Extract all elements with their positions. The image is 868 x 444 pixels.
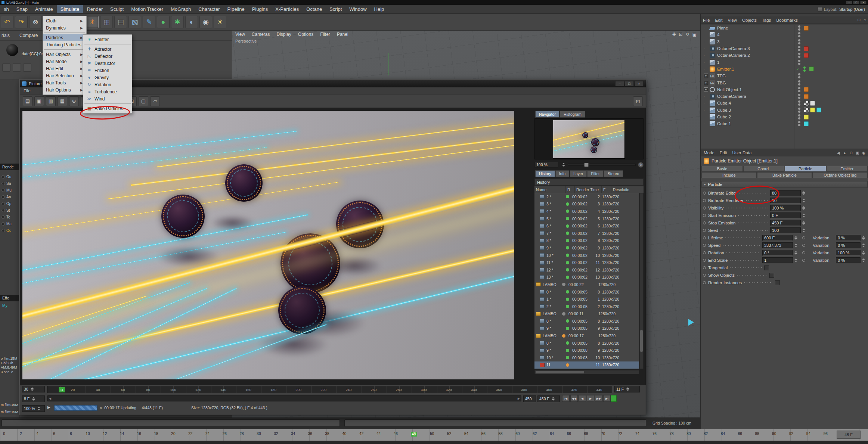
minimize-button[interactable]: – — [846, 1, 852, 4]
history-row[interactable]: 12 *00:00:02121280x720 — [534, 266, 639, 274]
history-horizontal-scrollbar[interactable] — [534, 370, 639, 374]
render-settings-item[interactable]: Ou — [0, 173, 19, 180]
picture-viewer-timeline-ruler[interactable]: 2040608010012014016018020022024026028030… — [47, 386, 612, 393]
visibility-dots[interactable] — [796, 121, 802, 126]
tab-bake-particle[interactable]: Bake Particle — [757, 172, 812, 178]
paint-tool-icon[interactable]: ✎ — [143, 16, 155, 28]
visibility-value-field[interactable]: 100 % — [770, 205, 801, 211]
viewport-menu-view[interactable]: View — [235, 32, 245, 37]
menu-item-destructor[interactable]: ✖Destructor — [83, 60, 132, 67]
animation-dot-icon[interactable] — [703, 274, 706, 277]
print-icon[interactable]: ▥ — [46, 96, 56, 106]
range-end-field[interactable]: 450 F — [537, 395, 560, 402]
effects-item[interactable]: My — [2, 303, 7, 308]
stamp-icon[interactable]: ▱ — [150, 96, 160, 106]
zoom-stepper[interactable] — [561, 162, 565, 168]
prev-frame-button[interactable]: ◀ — [579, 395, 586, 402]
material-preview-sphere[interactable] — [6, 44, 18, 56]
stepper[interactable] — [861, 250, 865, 256]
menu-item-friction[interactable]: ≋Friction — [83, 67, 132, 74]
fracture-grid-icon[interactable]: ▤ — [114, 16, 127, 28]
history-row[interactable]: 0 *00:00:0501280x720 — [534, 288, 639, 296]
light-tool-icon[interactable]: ☀ — [214, 16, 226, 28]
visibility-dots[interactable] — [796, 114, 802, 119]
history-col-resolutio[interactable]: Resolutio — [611, 186, 636, 193]
menu-window[interactable]: Window — [345, 5, 370, 13]
menu-item-hair-selection[interactable]: Hair Selection▶ — [43, 72, 86, 79]
variation-value-field[interactable]: 100 % — [836, 250, 861, 256]
prev-key-button[interactable]: ◀◀ — [570, 395, 578, 402]
stepper[interactable] — [861, 242, 865, 248]
visibility-dots[interactable] — [796, 94, 802, 99]
visibility-dots[interactable] — [796, 46, 802, 51]
stepper[interactable] — [861, 235, 865, 241]
reset-zoom-icon[interactable]: ↻ — [638, 162, 644, 168]
fullscreen-icon[interactable]: ⊡ — [633, 96, 643, 106]
menu-character[interactable]: Character — [195, 5, 223, 13]
play-button[interactable]: ▶ — [587, 395, 594, 402]
end-scale-value-field[interactable]: 1 — [762, 257, 793, 263]
render-settings-item[interactable]: Mu — [0, 187, 19, 193]
minimize-button[interactable]: – — [615, 81, 624, 86]
scrollbar-thumb[interactable] — [1, 419, 340, 427]
stepper[interactable] — [30, 386, 34, 392]
history-row[interactable]: 8 *00:00:0581280x720 — [534, 317, 639, 325]
history-col-r[interactable]: R — [566, 186, 575, 193]
tab-layer[interactable]: Layer — [570, 170, 587, 177]
tab-filter[interactable]: Filter — [587, 170, 603, 177]
attr-menu-mode[interactable]: Mode — [704, 150, 714, 155]
render-instances-checkbox[interactable] — [775, 280, 780, 285]
render-settings-item[interactable]: Oc — [0, 227, 19, 234]
history-row[interactable]: 10 *00:00:02101280x720 — [534, 252, 639, 259]
menu-script[interactable]: Script — [326, 5, 345, 13]
history-row[interactable]: LAMBO00:00:171280x720 — [534, 332, 639, 339]
tab-octane-objecttag[interactable]: Octane ObjectTag — [812, 172, 868, 178]
history-row[interactable]: LAMBO00:00:221280x720 — [534, 281, 639, 288]
stepper[interactable] — [37, 406, 41, 412]
om-menu-tags[interactable]: Tags — [762, 18, 771, 22]
tag-red-tag-icon[interactable] — [804, 46, 809, 51]
render-settings-item[interactable]: St — [0, 207, 19, 214]
tag-green-tag-icon[interactable] — [809, 66, 814, 71]
next-frame-button[interactable]: ▶▶ — [595, 395, 602, 402]
layout-single-icon[interactable]: ▢ — [139, 96, 148, 106]
menu-item-hair-edit[interactable]: Hair Edit▶ — [43, 65, 86, 72]
tag-orange-tag-icon[interactable] — [804, 87, 809, 92]
tab-history[interactable]: History — [535, 170, 555, 177]
camera-tool-icon[interactable]: ◉ — [199, 16, 212, 28]
object-row-1[interactable]: ·1 — [701, 59, 868, 65]
stepper[interactable] — [794, 250, 798, 256]
menu-plugins[interactable]: Plugins — [248, 5, 272, 13]
om-menu-edit[interactable]: Edit — [715, 18, 723, 22]
show-objects-checkbox[interactable] — [769, 273, 774, 278]
stop-icon[interactable]: × — [100, 406, 102, 410]
viewport-menu-options[interactable]: Options — [298, 32, 313, 37]
history-row[interactable]: 9 *00:00:0591280x720 — [534, 325, 639, 332]
menu-simulate[interactable]: Simulate — [57, 5, 83, 13]
close-button[interactable]: × — [860, 1, 867, 4]
history-col-f[interactable]: F — [602, 186, 611, 193]
menu-item-deflector[interactable]: ◺Deflector — [83, 53, 132, 60]
menu-item-emitter[interactable]: ✳Emitter — [83, 36, 132, 43]
visibility-dots[interactable] — [796, 87, 802, 92]
visibility-dots[interactable] — [796, 80, 802, 86]
tab-navigator[interactable]: Navigator — [535, 111, 559, 118]
animation-dot-icon[interactable] — [802, 244, 805, 247]
menu-help[interactable]: Help — [371, 5, 388, 13]
menu-item-hair-options[interactable]: Hair Options▶ — [43, 86, 86, 93]
materials-menu-compare[interactable]: Compare — [19, 33, 38, 38]
menu-render[interactable]: Render — [83, 5, 106, 13]
animation-dot-icon[interactable] — [703, 214, 706, 217]
stepper[interactable] — [31, 396, 35, 402]
object-row-emitter-1[interactable]: ·Emitter.1✓ — [701, 66, 868, 72]
history-row[interactable]: 8 *00:00:0281280x720 — [534, 237, 639, 245]
attr-menu-user-data[interactable]: User Data — [732, 150, 752, 155]
range-end-small-field[interactable]: 450 — [523, 395, 536, 402]
sphere-primitive-icon[interactable]: ◐ — [185, 16, 198, 28]
history-row[interactable]: 6 *00:00:0261280x720 — [534, 222, 639, 230]
object-row-3[interactable]: ·3 — [701, 38, 868, 45]
lifetime-value-field[interactable]: 600 F — [762, 235, 793, 241]
animation-dot-icon[interactable] — [703, 207, 706, 209]
animation-dot-icon[interactable] — [703, 229, 706, 232]
menu-item-turbulence[interactable]: ≈Turbulence — [83, 88, 132, 95]
